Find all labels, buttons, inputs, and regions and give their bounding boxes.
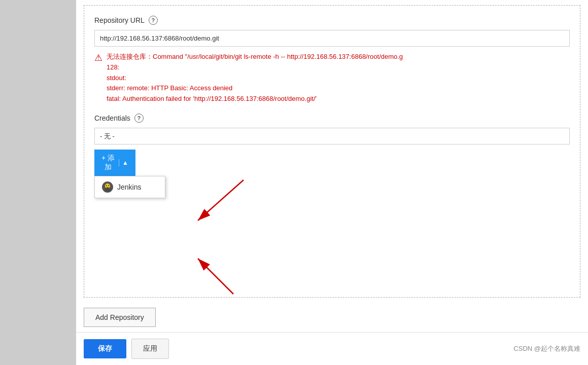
add-repository-button[interactable]: Add Repository bbox=[84, 308, 156, 327]
error-line-2: 128: bbox=[107, 63, 119, 71]
credentials-field-row: Credentials ? bbox=[94, 114, 570, 123]
page-wrapper: Repository URL ? ⚠ 无法连接仓库：Command "/usr/… bbox=[0, 0, 588, 365]
error-icon: ⚠ bbox=[94, 52, 102, 63]
main-content: Repository URL ? ⚠ 无法连接仓库：Command "/usr/… bbox=[76, 0, 588, 365]
dropdown-item-jenkins[interactable]: Jenkins bbox=[95, 176, 165, 198]
repo-url-help-icon[interactable]: ? bbox=[149, 16, 158, 25]
repo-url-input[interactable] bbox=[94, 30, 570, 47]
svg-point-1 bbox=[105, 188, 111, 192]
error-block: ⚠ 无法连接仓库：Command "/usr/local/git/bin/git… bbox=[94, 52, 570, 104]
dropdown-item-jenkins-label: Jenkins bbox=[117, 183, 141, 191]
add-credentials-button[interactable]: + 添加 ▲ bbox=[94, 150, 135, 176]
repo-url-label: Repository URL bbox=[94, 16, 145, 24]
footer-credit: CSDN @起个名称真难 bbox=[513, 344, 580, 353]
svg-point-2 bbox=[106, 185, 107, 186]
add-button-label: + 添加 bbox=[101, 154, 115, 172]
add-button-arrow[interactable]: ▲ bbox=[119, 159, 128, 166]
apply-button[interactable]: 应用 bbox=[131, 339, 169, 359]
repo-section: Repository URL ? ⚠ 无法连接仓库：Command "/usr/… bbox=[84, 5, 580, 298]
credentials-help-icon[interactable]: ? bbox=[134, 114, 144, 123]
svg-point-3 bbox=[108, 185, 109, 186]
error-line-5: fatal: Authentication failed for 'http:/… bbox=[107, 95, 317, 102]
error-line-4: stderr: remote: HTTP Basic: Access denie… bbox=[107, 84, 232, 92]
jenkins-avatar-icon bbox=[102, 181, 113, 193]
error-line-3: stdout: bbox=[107, 74, 126, 82]
error-text: 无法连接仓库：Command "/usr/local/git/bin/git l… bbox=[107, 52, 403, 104]
add-button-wrapper: + 添加 ▲ bbox=[94, 150, 135, 176]
repo-url-field-row: Repository URL ? bbox=[94, 16, 570, 25]
error-line-1: 无法连接仓库：Command "/usr/local/git/bin/git l… bbox=[107, 53, 403, 60]
bottom-section: Add Repository bbox=[76, 303, 588, 332]
footer-bar: 保存 应用 CSDN @起个名称真难 bbox=[76, 332, 588, 365]
credentials-select[interactable]: - 无 - bbox=[94, 128, 570, 144]
sidebar bbox=[0, 0, 76, 365]
credentials-dropdown: Jenkins bbox=[94, 176, 165, 198]
save-button[interactable]: 保存 bbox=[84, 339, 126, 358]
advanced-row[interactable]: 高级 ▾ bbox=[94, 186, 570, 195]
credentials-label: Credentials bbox=[94, 114, 130, 122]
